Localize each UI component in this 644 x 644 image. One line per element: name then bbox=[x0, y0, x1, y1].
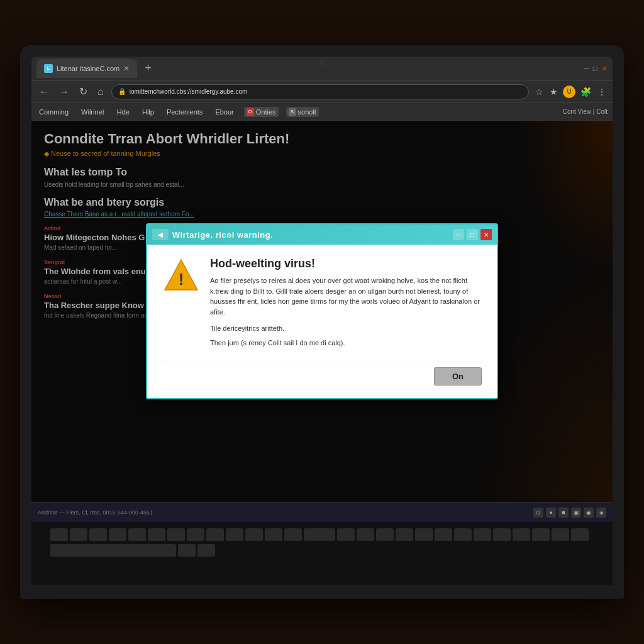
key[interactable] bbox=[206, 528, 224, 542]
reload-button[interactable]: ↻ bbox=[77, 84, 90, 99]
laptop-frame: L Litenar itasineC.com ✕ + ─ □ ✕ ← → ↻ ⌂… bbox=[20, 45, 624, 599]
key[interactable] bbox=[396, 528, 413, 542]
key[interactable] bbox=[148, 528, 165, 542]
forward-button[interactable]: → bbox=[57, 85, 72, 99]
warning-icon: ! bbox=[162, 257, 200, 292]
popup-overlay: ◄ Wirtarige. ricol warning. ─ □ ✕ bbox=[31, 121, 613, 502]
popup-button-row: On bbox=[162, 362, 482, 386]
popup-content-row: ! Hod-weelting virus! Ao filer preselys … bbox=[162, 257, 482, 352]
website-content: Conndite Trran Abort Whridler Lirten! ◆ … bbox=[31, 121, 613, 502]
popup-window-controls: ─ □ ✕ bbox=[453, 229, 492, 240]
keyboard-area bbox=[31, 522, 613, 585]
menu-pectenients[interactable]: Pectenients bbox=[164, 107, 205, 117]
menu-bar: Comming Wilrinet Hde Hilp Pectenients Eb… bbox=[31, 103, 613, 121]
menu-hilp[interactable]: Hilp bbox=[140, 107, 157, 117]
key[interactable] bbox=[245, 528, 263, 542]
taskbar-icon-5[interactable]: ◉ bbox=[584, 508, 594, 518]
popup-title-text: Wirtarige. ricol warning. bbox=[172, 230, 273, 240]
menu-soholt[interactable]: S soholt bbox=[286, 107, 319, 117]
tab-close-btn[interactable]: ✕ bbox=[123, 64, 130, 73]
menu-comming[interactable]: Comming bbox=[36, 107, 71, 117]
tab-favicon: L bbox=[44, 64, 53, 73]
key[interactable] bbox=[167, 528, 185, 542]
profile-icon[interactable]: U bbox=[563, 86, 575, 98]
key[interactable] bbox=[70, 528, 87, 542]
key[interactable] bbox=[128, 528, 146, 542]
key[interactable] bbox=[454, 528, 472, 542]
spacebar[interactable] bbox=[50, 544, 176, 558]
lock-icon: 🔒 bbox=[118, 88, 126, 95]
key[interactable] bbox=[415, 528, 433, 542]
screen-bezel: L Litenar itasineC.com ✕ + ─ □ ✕ ← → ↻ ⌂… bbox=[31, 57, 613, 522]
key[interactable] bbox=[474, 528, 491, 542]
popup-body: ! Hod-weelting virus! Ao filer preselys … bbox=[147, 245, 497, 398]
extension-icon[interactable]: 🧩 bbox=[579, 86, 592, 98]
taskbar-icon-6[interactable]: ◈ bbox=[596, 508, 606, 518]
url-text: iomittemchworld.cbs://smidlergy.aube.com bbox=[130, 88, 248, 95]
taskbar-icon-2[interactable]: ● bbox=[546, 508, 556, 518]
bookmark-icon[interactable]: ★ bbox=[548, 86, 559, 98]
back-button[interactable]: ← bbox=[36, 85, 52, 99]
key[interactable] bbox=[337, 528, 355, 542]
home-button[interactable]: ⌂ bbox=[95, 85, 106, 99]
popup-back-button[interactable]: ◄ bbox=[152, 229, 169, 240]
minimize-btn[interactable]: ─ bbox=[584, 64, 589, 73]
key[interactable] bbox=[304, 528, 335, 542]
bottom-bar-icons: ⊙ ● ■ ▣ ◉ ◈ bbox=[533, 508, 606, 518]
svg-text:!: ! bbox=[179, 270, 184, 289]
popup-minimize-btn[interactable]: ─ bbox=[453, 229, 464, 240]
key[interactable] bbox=[89, 528, 107, 542]
address-bar-row: ← → ↻ ⌂ 🔒 iomittemchworld.cbs://smidlerg… bbox=[31, 80, 613, 103]
taskbar-icon-3[interactable]: ■ bbox=[558, 508, 569, 518]
browser-toolbar-icons: ☆ ★ U 🧩 ⋮ bbox=[534, 86, 608, 98]
close-btn[interactable]: ✕ bbox=[601, 64, 608, 73]
key[interactable] bbox=[50, 528, 68, 542]
maximize-btn[interactable]: □ bbox=[593, 64, 597, 73]
view-controls[interactable]: Cont View | Colt bbox=[563, 108, 608, 115]
key[interactable] bbox=[493, 528, 511, 542]
key[interactable] bbox=[226, 528, 243, 542]
popup-body-text: Ao filer preselys to reires al does your… bbox=[210, 275, 482, 317]
new-tab-btn[interactable]: + bbox=[145, 62, 152, 75]
soholt-icon: S bbox=[289, 108, 296, 116]
key[interactable] bbox=[513, 528, 530, 542]
browser-tab[interactable]: L Litenar itasineC.com ✕ bbox=[36, 59, 137, 78]
popup-ok-button[interactable]: On bbox=[434, 367, 482, 386]
key[interactable] bbox=[109, 528, 126, 542]
key[interactable] bbox=[265, 528, 282, 542]
key[interactable] bbox=[376, 528, 394, 542]
key[interactable] bbox=[187, 528, 204, 542]
tab-label: Litenar itasineC.com bbox=[57, 65, 119, 72]
key[interactable] bbox=[571, 528, 589, 542]
menu-wilrinet[interactable]: Wilrinet bbox=[79, 107, 107, 117]
key[interactable] bbox=[197, 544, 215, 558]
popup-titlebar: ◄ Wirtarige. ricol warning. ─ □ ✕ bbox=[147, 225, 497, 245]
key[interactable] bbox=[552, 528, 569, 542]
popup-dialog: ◄ Wirtarige. ricol warning. ─ □ ✕ bbox=[146, 223, 498, 399]
settings-icon[interactable]: ⋮ bbox=[596, 86, 608, 98]
bottom-status-bar: Andrinir — Flers, Cl, rms, 0015 S44-000-… bbox=[31, 502, 613, 522]
bottom-bar-text: Andrinir — Flers, Cl, rms, 0015 S44-000-… bbox=[38, 509, 153, 516]
star-icon[interactable]: ☆ bbox=[534, 86, 545, 98]
popup-text-content: Hod-weelting virus! Ao filer preselys to… bbox=[210, 257, 482, 352]
menu-hde[interactable]: Hde bbox=[114, 107, 132, 117]
taskbar-icon-4[interactable]: ▣ bbox=[571, 508, 581, 518]
popup-close-btn[interactable]: ✕ bbox=[480, 229, 492, 240]
key[interactable] bbox=[357, 528, 374, 542]
key[interactable] bbox=[532, 528, 550, 542]
url-bar[interactable]: 🔒 iomittemchworld.cbs://smidlergy.aube.c… bbox=[111, 84, 529, 99]
taskbar-icon-1[interactable]: ⊙ bbox=[533, 508, 543, 518]
key[interactable] bbox=[178, 544, 196, 558]
popup-maximize-btn[interactable]: □ bbox=[467, 229, 478, 240]
key[interactable] bbox=[435, 528, 452, 542]
popup-secondary-text-2: Then jum (s reney Colit sail I do me di … bbox=[210, 338, 482, 348]
menu-onties[interactable]: O Onties bbox=[244, 107, 279, 117]
keyboard-keys bbox=[31, 522, 613, 564]
browser-window: L Litenar itasineC.com ✕ + ─ □ ✕ ← → ↻ ⌂… bbox=[31, 57, 613, 522]
onties-icon: O bbox=[247, 108, 254, 116]
menu-ebour[interactable]: Ebour bbox=[213, 107, 236, 117]
popup-main-title: Hod-weelting virus! bbox=[210, 257, 482, 270]
popup-secondary-text-1: Tile dericeyitrics aritteth. bbox=[210, 323, 482, 334]
webcam bbox=[319, 60, 325, 65]
key[interactable] bbox=[284, 528, 302, 542]
